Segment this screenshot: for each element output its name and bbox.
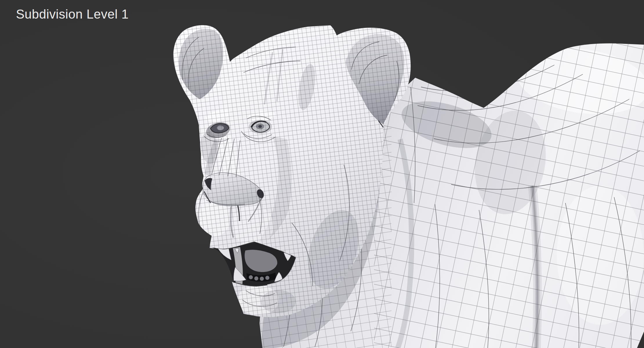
3d-viewport[interactable]: Subdivision Level 1 [0, 0, 644, 348]
subdivision-level-label: Subdivision Level 1 [16, 7, 129, 21]
wireframe-model-render [0, 0, 644, 348]
